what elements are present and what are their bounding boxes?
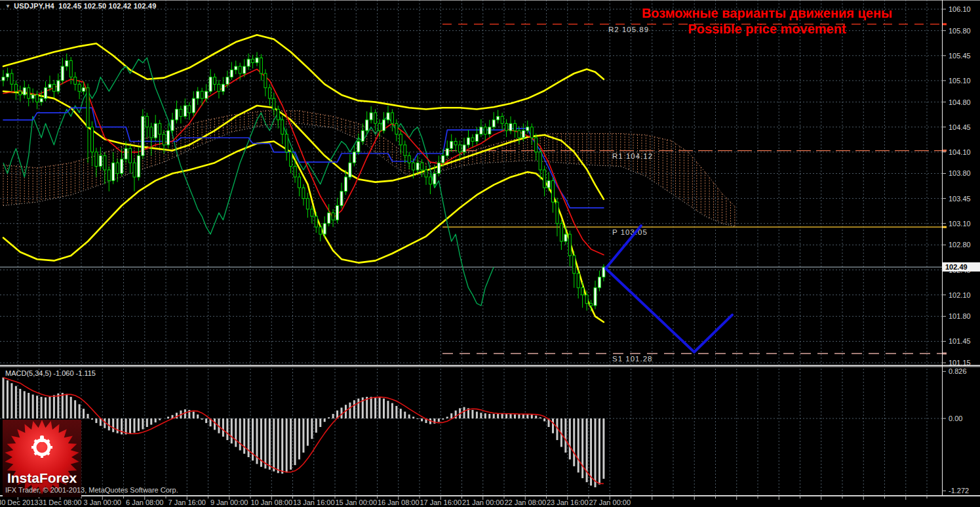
- svg-text:17 Jan 16:00: 17 Jan 16:00: [420, 498, 461, 506]
- svg-text:103.45: 103.45: [949, 195, 971, 203]
- svg-text:103.80: 103.80: [949, 169, 971, 177]
- annotation-line-en: Possible price movement: [564, 21, 970, 37]
- svg-text:0.826: 0.826: [949, 367, 967, 375]
- svg-text:7 Jan 16:00: 7 Jan 16:00: [168, 498, 206, 506]
- svg-text:104.80: 104.80: [949, 98, 971, 106]
- svg-text:105.10: 105.10: [949, 77, 971, 85]
- svg-text:105.45: 105.45: [949, 52, 971, 60]
- svg-text:10 Jan 08:00: 10 Jan 08:00: [250, 498, 292, 506]
- svg-text:-1.272: -1.272: [949, 487, 969, 495]
- svg-text:3 Jan 00:00: 3 Jan 00:00: [84, 498, 122, 506]
- current-price-tag: 102.49: [943, 262, 980, 272]
- annotation-line-ru: Возможные варианты движения цены: [564, 5, 970, 21]
- svg-text:101.45: 101.45: [949, 337, 971, 345]
- svg-text:9 Jan 00:00: 9 Jan 00:00: [210, 498, 248, 506]
- svg-text:R1 104.12: R1 104.12: [612, 152, 653, 160]
- svg-text:27 Jan 00:00: 27 Jan 00:00: [589, 498, 631, 506]
- svg-text:102.80: 102.80: [949, 241, 971, 249]
- svg-text:S1 101.28: S1 101.28: [612, 355, 652, 363]
- symbol-title: USDJPY,H4: [14, 2, 54, 10]
- svg-text:101.15: 101.15: [949, 359, 971, 367]
- macd-name: MACD(5,34,5): [5, 369, 51, 377]
- price-chart-svg[interactable]: R2 105.89R1 104.12P 103.05S1 101.28106.1…: [0, 0, 980, 507]
- svg-text:23 Jan 16:00: 23 Jan 16:00: [547, 498, 589, 506]
- copyright-text: IFX Trader, © 2001-2013, MetaQuotes Soft…: [5, 486, 178, 494]
- logo-wordmark: InstaForex: [7, 470, 77, 485]
- svg-text:6 Jan 08:00: 6 Jan 08:00: [126, 498, 164, 506]
- svg-text:103.10: 103.10: [949, 220, 971, 228]
- macd-indicator-label: MACD(5,34,5) -1.060 -1.115: [5, 369, 96, 377]
- svg-text:104.45: 104.45: [949, 123, 971, 131]
- svg-text:102.10: 102.10: [949, 291, 971, 299]
- svg-text:22 Jan 08:00: 22 Jan 08:00: [504, 498, 546, 506]
- analysis-annotation: Возможные варианты движения цены Possibl…: [564, 5, 970, 37]
- svg-text:15 Jan 00:00: 15 Jan 00:00: [335, 498, 377, 506]
- svg-text:21 Jan 00:00: 21 Jan 00:00: [462, 498, 504, 506]
- ohlc-values: 102.45 102.50 102.42 102.49: [58, 2, 156, 10]
- svg-text:104.10: 104.10: [949, 148, 971, 156]
- macd-values: -1.060 -1.115: [53, 369, 96, 377]
- symbol-dropdown-icon[interactable]: ▼: [5, 3, 10, 9]
- chart-canvas[interactable]: R2 105.89R1 104.12P 103.05S1 101.28106.1…: [0, 0, 980, 507]
- terminal-chart-window: R2 105.89R1 104.12P 103.05S1 101.28106.1…: [0, 0, 980, 507]
- svg-text:P 103.05: P 103.05: [612, 228, 648, 236]
- svg-text:0.00: 0.00: [949, 415, 962, 422]
- svg-text:13 Jan 16:00: 13 Jan 16:00: [293, 498, 335, 506]
- svg-text:16 Jan 08:00: 16 Jan 08:00: [378, 498, 420, 506]
- svg-text:101.80: 101.80: [949, 312, 971, 320]
- chart-header: ▼USDJPY,H4 102.45 102.50 102.42 102.49: [5, 2, 157, 10]
